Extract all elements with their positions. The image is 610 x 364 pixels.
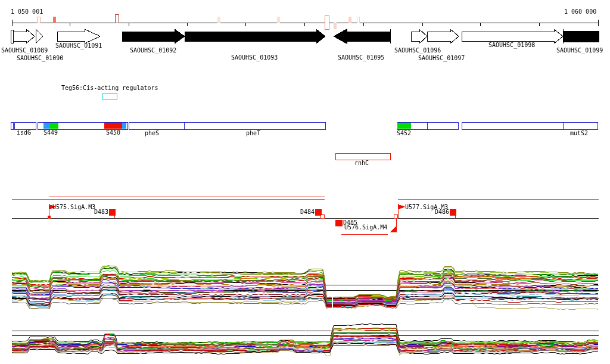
terminator-label-D486: D486: [435, 209, 449, 215]
ruler-variant-mark-7[interactable]: [348, 17, 351, 23]
feature-label-S452: S452: [397, 130, 411, 136]
genome-browser: 1 050 001 1 060 000 Teg56:Cis-acting reg…: [0, 0, 610, 364]
terminator-marker-D483[interactable]: [109, 209, 115, 215]
ruler-variant-mark-2[interactable]: [115, 14, 119, 23]
gene-label-SAOUHSC_01092: SAOUHSC_01092: [130, 48, 176, 54]
feature-box-isdG[interactable]: [14, 122, 36, 129]
gene-arrow-SAOUHSC_01096[interactable]: [411, 29, 427, 43]
terminator-marker-D485[interactable]: [335, 220, 342, 226]
annotation-glyph-layer: [0, 0, 610, 364]
gene-arrow-SAOUHSC_01090[interactable]: [36, 29, 43, 43]
feature-box-pheS[interactable]: [129, 122, 184, 129]
ruler-variant-mark-1[interactable]: [53, 17, 55, 23]
tss-flag-label-U575.SigA.M3: U575.SigA.M3: [52, 204, 95, 210]
ruler-variant-mark-4[interactable]: [277, 17, 279, 23]
teg56-track-label: Teg56:Cis-acting regulators: [61, 85, 158, 91]
feature-label-isdG: isdG: [17, 130, 31, 136]
gene-label-SAOUHSC_01091: SAOUHSC_01091: [55, 43, 102, 49]
terminator-marker-D486[interactable]: [450, 209, 456, 215]
gene-label-SAOUHSC_01095: SAOUHSC_01095: [338, 55, 384, 61]
feature-segment-S452-0[interactable]: [397, 123, 411, 129]
feature-label-S450: S450: [106, 130, 120, 136]
ruler-start-coordinate: 1 050 001: [11, 9, 43, 15]
gene-arrow-SAOUHSC_01091[interactable]: [57, 29, 100, 43]
gene-arrow-SAOUHSC_01093[interactable]: [185, 29, 325, 43]
ruler-variant-mark-8[interactable]: [357, 17, 359, 23]
ruler-variant-mark-6[interactable]: [334, 23, 336, 29]
ruler-end-coordinate: 1 060 000: [564, 9, 596, 15]
feature-box-fragment[interactable]: [11, 122, 13, 129]
gene-label-SAOUHSC_01098: SAOUHSC_01098: [488, 42, 535, 48]
gene-arrow-SAOUHSC_01092[interactable]: [122, 29, 185, 43]
feature-label-S449: S449: [43, 130, 58, 136]
gene-label-SAOUHSC_01093: SAOUHSC_01093: [231, 55, 278, 61]
feature-box-pheT[interactable]: [184, 122, 325, 129]
feature-segment-S449-S450-region-3[interactable]: [122, 123, 126, 129]
gene-arrow-SAOUHSC_01097[interactable]: [427, 29, 459, 43]
feature-label-pheS: pheS: [145, 130, 159, 136]
ruler-variant-mark-5[interactable]: [325, 15, 329, 29]
terminator-label-D484: D484: [300, 209, 315, 215]
feature-label-rnhC: rnhC: [354, 160, 369, 166]
ruler-variant-mark-3[interactable]: [217, 17, 220, 23]
gene-label-SAOUHSC_01099: SAOUHSC_01099: [556, 48, 603, 54]
gene-label-SAOUHSC_01089: SAOUHSC_01089: [1, 48, 48, 54]
small-marker-0[interactable]: [48, 216, 50, 218]
feature-box-mutS2[interactable]: [462, 122, 597, 129]
teg56-region-box[interactable]: [102, 93, 117, 99]
feature-segment-S449-S450-region-1[interactable]: [49, 123, 58, 129]
feature-label-pheT: pheT: [246, 130, 260, 136]
terminator-label-D483: D483: [94, 209, 108, 215]
gene-label-SAOUHSC_01097: SAOUHSC_01097: [418, 55, 465, 61]
feature-label-mutS2: mutS2: [570, 130, 588, 136]
small-marker-2[interactable]: [394, 214, 397, 218]
feature-box-rnhC[interactable]: [335, 153, 390, 160]
ruler-variant-mark-0[interactable]: [37, 17, 40, 23]
gene-arrow-edge-fragment[interactable]: [11, 30, 13, 43]
tss-flag-U576.SigA.M4[interactable]: [390, 226, 396, 232]
feature-segment-S449-S450-region-0[interactable]: [43, 123, 49, 129]
terminator-label-D485: D485: [343, 220, 357, 226]
feature-segment-S449-S450-region-2[interactable]: [104, 123, 122, 129]
gene-arrow-SAOUHSC_01099[interactable]: [563, 31, 599, 42]
gene-arrow-SAOUHSC_01089[interactable]: [13, 29, 35, 43]
gene-label-SAOUHSC_01096: SAOUHSC_01096: [394, 48, 441, 54]
gene-label-SAOUHSC_01090: SAOUHSC_01090: [17, 55, 63, 61]
gene-arrow-SAOUHSC_01095[interactable]: [334, 29, 390, 43]
small-marker-1[interactable]: [320, 214, 324, 218]
